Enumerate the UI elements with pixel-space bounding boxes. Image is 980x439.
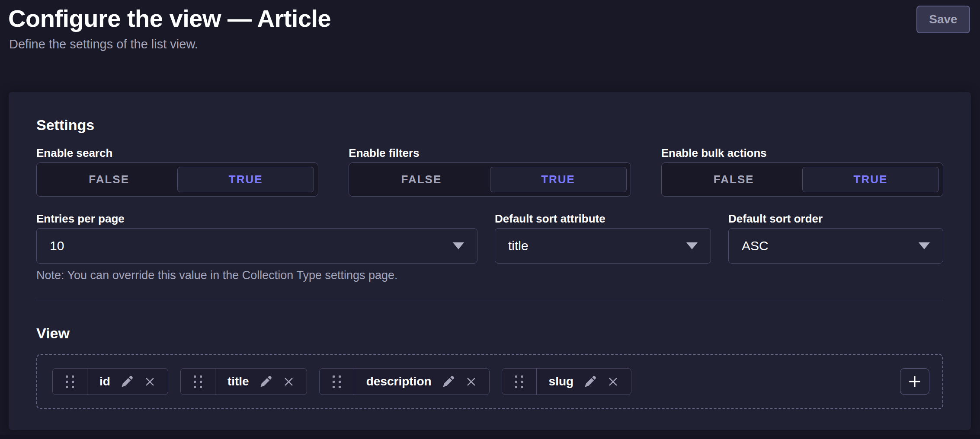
view-heading: View (36, 324, 943, 342)
enable-filters-label: Enable filters (349, 146, 631, 159)
enable-search-label: Enable search (36, 146, 318, 159)
field-chip-title: title (180, 368, 307, 395)
field-chip-label: id (99, 375, 110, 388)
entries-per-page-select[interactable]: 10 (36, 228, 477, 264)
entries-per-page-value: 10 (50, 239, 64, 253)
remove-field-button[interactable] (283, 376, 295, 388)
pencil-icon (259, 375, 272, 388)
caret-down-icon (919, 242, 930, 249)
drag-dots-icon (333, 375, 341, 388)
field-chip-slug: slug (502, 368, 632, 395)
entries-per-page-note: Note: You can override this value in the… (36, 269, 943, 282)
enable-search-false-option[interactable]: FALSE (41, 167, 177, 192)
enable-bulk-actions-toggle: FALSE TRUE (661, 162, 943, 197)
caret-down-icon (453, 242, 464, 249)
remove-field-button[interactable] (144, 376, 156, 388)
remove-field-button[interactable] (607, 376, 619, 388)
section-divider (36, 300, 943, 300)
drag-dots-icon (194, 375, 202, 388)
page-subtitle: Define the settings of the list view. (9, 37, 198, 51)
save-button[interactable]: Save (916, 6, 970, 33)
field-chip-description: description (319, 368, 490, 395)
remove-field-button[interactable] (465, 376, 477, 388)
toggles-row: Enable search FALSE TRUE Enable filters … (36, 146, 943, 197)
entries-per-page-label: Entries per page (36, 212, 477, 225)
enable-search-toggle: FALSE TRUE (36, 162, 318, 197)
enable-filters-true-option[interactable]: TRUE (490, 167, 627, 192)
cross-icon (144, 376, 156, 388)
enable-filters-toggle: FALSE TRUE (349, 162, 631, 197)
drag-handle-icon[interactable] (320, 369, 354, 394)
cross-icon (465, 376, 477, 388)
enable-bulk-actions-true-option[interactable]: TRUE (802, 167, 939, 192)
pencil-icon (121, 375, 134, 388)
pencil-icon (442, 375, 455, 388)
entries-per-page-field: Entries per page 10 (36, 212, 477, 264)
bottom-edge (0, 435, 980, 439)
edit-field-button[interactable] (584, 375, 597, 388)
edit-field-button[interactable] (121, 375, 134, 388)
drag-dots-icon (515, 375, 523, 388)
default-sort-attribute-select[interactable]: title (495, 228, 711, 264)
pencil-icon (584, 375, 597, 388)
default-sort-attribute-field: Default sort attribute title (495, 212, 711, 264)
enable-bulk-actions-false-option[interactable]: FALSE (666, 167, 802, 192)
field-chip-label: slug (549, 375, 574, 388)
default-sort-order-field: Default sort order ASC (728, 212, 943, 264)
default-sort-attribute-value: title (508, 239, 528, 253)
page-header: Configure the view — Article Define the … (0, 0, 980, 92)
enable-bulk-actions-field: Enable bulk actions FALSE TRUE (661, 146, 943, 197)
caret-down-icon (686, 242, 698, 249)
enable-search-field: Enable search FALSE TRUE (36, 146, 318, 197)
field-chip-id: id (52, 368, 168, 395)
cross-icon (607, 376, 619, 388)
settings-panel: Settings Enable search FALSE TRUE Enable… (9, 92, 971, 430)
displayed-fields-dropzone: id title (36, 354, 943, 409)
enable-search-true-option[interactable]: TRUE (177, 167, 314, 192)
selects-row: Entries per page 10 Default sort attribu… (36, 212, 943, 264)
drag-handle-icon[interactable] (502, 369, 537, 394)
field-chip-label: description (366, 375, 432, 388)
edit-field-button[interactable] (442, 375, 455, 388)
enable-bulk-actions-label: Enable bulk actions (661, 146, 943, 159)
enable-filters-field: Enable filters FALSE TRUE (349, 146, 631, 197)
default-sort-attribute-label: Default sort attribute (495, 212, 711, 225)
default-sort-order-value: ASC (742, 239, 769, 253)
cross-icon (283, 376, 295, 388)
drag-handle-icon[interactable] (53, 369, 87, 394)
drag-dots-icon (66, 375, 74, 388)
plus-icon (906, 373, 923, 390)
settings-heading: Settings (36, 116, 943, 134)
edit-field-button[interactable] (259, 375, 272, 388)
add-field-button[interactable] (900, 368, 929, 395)
page-title: Configure the view — Article (8, 4, 331, 32)
default-sort-order-label: Default sort order (728, 212, 943, 225)
default-sort-order-select[interactable]: ASC (728, 228, 943, 264)
field-chip-label: title (227, 375, 249, 388)
enable-filters-false-option[interactable]: FALSE (353, 167, 490, 192)
drag-handle-icon[interactable] (181, 369, 215, 394)
